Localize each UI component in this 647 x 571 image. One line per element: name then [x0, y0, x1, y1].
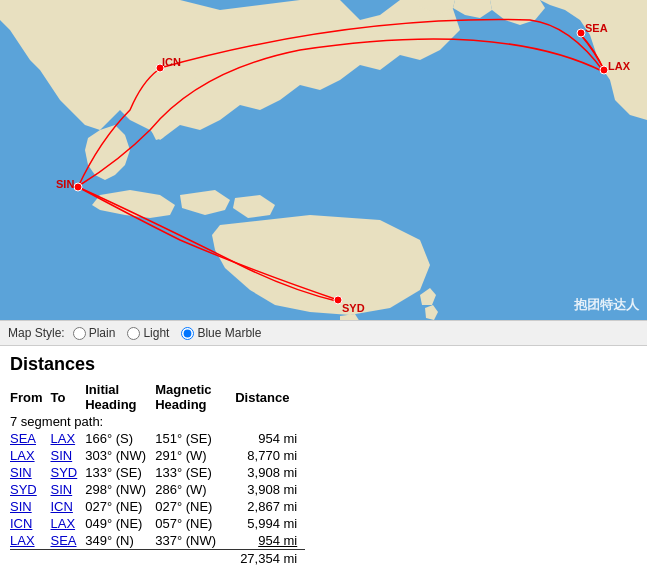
mag-heading-cell: 133° (SE)	[155, 464, 235, 481]
to-link[interactable]: LAX	[51, 516, 76, 531]
svg-text:SYD: SYD	[342, 302, 365, 314]
to-link[interactable]: SEA	[51, 533, 77, 548]
svg-point-2	[600, 66, 608, 74]
from-link[interactable]: SEA	[10, 431, 36, 446]
style-plain-radio[interactable]	[73, 327, 86, 340]
mag-heading-cell: 027° (NE)	[155, 498, 235, 515]
map-style-label: Map Style:	[8, 326, 65, 340]
segment-path-label: 7 segment path:	[10, 413, 305, 430]
init-heading-cell: 349° (N)	[85, 532, 155, 550]
distance-cell: 3,908 mi	[235, 464, 305, 481]
table-row: SINICN027° (NE)027° (NE)2,867 mi	[10, 498, 305, 515]
from-link[interactable]: SYD	[10, 482, 37, 497]
init-heading-cell: 133° (SE)	[85, 464, 155, 481]
from-link[interactable]: SIN	[10, 465, 32, 480]
mag-heading-cell: 286° (W)	[155, 481, 235, 498]
init-heading-cell: 166° (S)	[85, 430, 155, 447]
from-link[interactable]: LAX	[10, 448, 35, 463]
table-row: SYDSIN298° (NW)286° (W)3,908 mi	[10, 481, 305, 498]
table-row: LAXSIN303° (NW)291° (W)8,770 mi	[10, 447, 305, 464]
init-heading-cell: 027° (NE)	[85, 498, 155, 515]
header-from: From	[10, 381, 51, 413]
table-header-row: From To InitialHeading MagneticHeading D…	[10, 381, 305, 413]
from-link[interactable]: SIN	[10, 499, 32, 514]
to-link[interactable]: SYD	[51, 465, 78, 480]
distances-table: From To InitialHeading MagneticHeading D…	[10, 381, 305, 567]
to-link[interactable]: ICN	[51, 499, 73, 514]
style-plain-label: Plain	[89, 326, 116, 340]
style-bluemarble-label: Blue Marble	[197, 326, 261, 340]
distances-panel: Distances From To InitialHeading Magneti…	[0, 346, 647, 571]
to-link[interactable]: SIN	[51, 482, 73, 497]
style-light-radio[interactable]	[127, 327, 140, 340]
from-link[interactable]: ICN	[10, 516, 32, 531]
style-light-option[interactable]: Light	[127, 326, 169, 340]
distances-tbody: 7 segment path: SEALAX166° (S)151° (SE)9…	[10, 413, 305, 567]
distance-cell: 954 mi	[235, 532, 305, 550]
style-bluemarble-option[interactable]: Blue Marble	[181, 326, 261, 340]
to-link[interactable]: LAX	[51, 431, 76, 446]
svg-text:SEA: SEA	[585, 22, 608, 34]
total-row: 27,354 mi	[10, 550, 305, 568]
distances-title: Distances	[10, 354, 637, 375]
distance-cell: 3,908 mi	[235, 481, 305, 498]
to-link[interactable]: SIN	[51, 448, 73, 463]
map-style-bar: Map Style: Plain Light Blue Marble	[0, 320, 647, 346]
style-light-label: Light	[143, 326, 169, 340]
header-magnetic-heading: MagneticHeading	[155, 381, 235, 413]
mag-heading-cell: 337° (NW)	[155, 532, 235, 550]
mag-heading-cell: 291° (W)	[155, 447, 235, 464]
svg-text:SIN: SIN	[56, 178, 74, 190]
svg-point-4	[74, 183, 82, 191]
svg-point-1	[577, 29, 585, 37]
distance-cell: 954 mi	[235, 430, 305, 447]
from-link[interactable]: LAX	[10, 533, 35, 548]
distance-cell: 2,867 mi	[235, 498, 305, 515]
header-to: To	[51, 381, 86, 413]
table-row: SINSYD133° (SE)133° (SE)3,908 mi	[10, 464, 305, 481]
distance-cell: 8,770 mi	[235, 447, 305, 464]
init-heading-cell: 298° (NW)	[85, 481, 155, 498]
distance-cell: 5,994 mi	[235, 515, 305, 532]
mag-heading-cell: 057° (NE)	[155, 515, 235, 532]
segment-path-row: 7 segment path:	[10, 413, 305, 430]
svg-point-5	[334, 296, 342, 304]
map-area: SEA LAX ICN SIN SYD 抱团特达人	[0, 0, 647, 320]
header-initial-heading: InitialHeading	[85, 381, 155, 413]
table-row: LAXSEA349° (N)337° (NW)954 mi	[10, 532, 305, 550]
total-distance: 27,354 mi	[10, 550, 305, 568]
svg-text:ICN: ICN	[162, 56, 181, 68]
style-bluemarble-radio[interactable]	[181, 327, 194, 340]
svg-text:LAX: LAX	[608, 60, 631, 72]
table-row: ICNLAX049° (NE)057° (NE)5,994 mi	[10, 515, 305, 532]
style-plain-option[interactable]: Plain	[73, 326, 116, 340]
init-heading-cell: 303° (NW)	[85, 447, 155, 464]
init-heading-cell: 049° (NE)	[85, 515, 155, 532]
mag-heading-cell: 151° (SE)	[155, 430, 235, 447]
header-distance: Distance	[235, 381, 305, 413]
table-row: SEALAX166° (S)151° (SE)954 mi	[10, 430, 305, 447]
